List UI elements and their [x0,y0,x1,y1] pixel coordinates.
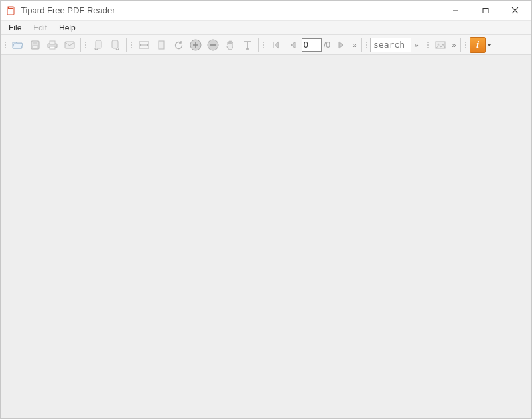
toolbar-separator [126,38,127,52]
zoom-out-icon [206,38,220,52]
overflow-button[interactable]: » [449,36,458,54]
fit-width-button[interactable] [135,36,153,54]
fit-width-icon [138,40,150,50]
save-button[interactable] [27,36,44,54]
rotate-button[interactable] [170,36,187,54]
svg-rect-10 [96,40,101,48]
toolbar-separator [460,38,461,52]
prev-page-icon [289,40,298,50]
first-page-icon [271,40,281,50]
toolbar-grip[interactable] [4,37,8,53]
snapshot-button[interactable] [432,36,449,54]
svg-rect-2 [483,8,488,13]
zoom-out-button[interactable] [204,36,222,54]
doc-arrow-left-icon [93,39,103,51]
menu-file[interactable]: File [3,22,27,34]
svg-point-17 [438,43,440,45]
maximize-button[interactable] [470,1,500,20]
prev-page-button[interactable] [285,36,302,54]
menu-help[interactable]: Help [54,22,81,34]
close-button[interactable] [500,1,530,20]
svg-rect-9 [65,42,74,48]
page-number-input[interactable] [302,38,322,52]
document-area [1,55,531,418]
page-total-label: /0 [322,40,332,50]
about-button[interactable]: i [470,37,486,53]
open-button[interactable] [9,36,27,54]
menu-edit[interactable]: Edit [28,22,52,34]
menu-bar: File Edit Help [1,21,531,35]
svg-rect-8 [50,46,55,49]
toolbar-separator [361,38,362,52]
window-title: Tipard Free PDF Reader [21,5,115,15]
toolbar-grip[interactable] [130,37,134,53]
print-button[interactable] [44,36,61,54]
svg-rect-1 [8,7,13,9]
toolbar: /0 » search » » i [1,35,531,55]
next-doc-button[interactable] [107,36,124,54]
app-icon [6,5,17,16]
toolbar-grip[interactable] [365,37,369,53]
hand-tool-icon [225,39,235,51]
search-placeholder: search [373,40,405,50]
title-bar: Tipard Free PDF Reader [1,1,531,21]
doc-arrow-right-icon [110,39,121,51]
fit-page-icon [157,40,166,50]
svg-rect-7 [50,41,55,44]
minimize-button[interactable] [440,1,470,20]
next-page-button[interactable] [332,36,350,54]
open-folder-icon [12,40,24,50]
toolbar-grip[interactable] [262,37,266,53]
mail-icon [64,40,76,50]
print-icon [46,40,58,50]
toolbar-separator [258,38,259,52]
toolbar-grip[interactable] [464,37,468,53]
toolbar-grip[interactable] [84,37,88,53]
fit-page-button[interactable] [153,36,170,54]
svg-rect-5 [33,46,38,48]
zoom-in-button[interactable] [187,36,204,54]
rotate-icon [173,40,184,50]
toolbar-separator [80,38,81,52]
text-select-icon [243,40,252,50]
image-icon [434,40,446,50]
svg-rect-13 [159,41,164,49]
mail-button[interactable] [61,36,78,54]
text-select-button[interactable] [239,36,256,54]
svg-rect-11 [112,40,118,48]
about-icon: i [476,39,479,50]
window-controls [440,1,530,20]
overflow-button[interactable]: » [350,36,359,54]
zoom-in-icon [189,38,202,52]
toolbar-separator [423,38,423,52]
save-icon [30,40,40,50]
search-input[interactable]: search [370,38,411,52]
svg-rect-4 [33,41,37,44]
overflow-button[interactable]: » [411,36,421,54]
about-dropdown[interactable] [486,44,492,46]
first-page-button[interactable] [267,36,285,54]
next-page-icon [336,40,346,50]
toolbar-grip[interactable] [427,37,431,53]
hand-tool-button[interactable] [222,36,239,54]
prev-doc-button[interactable] [90,36,107,54]
